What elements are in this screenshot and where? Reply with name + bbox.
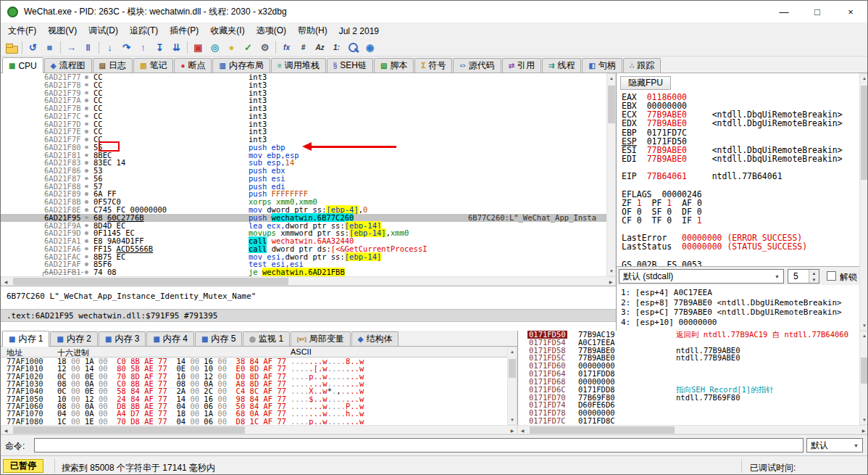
disasm-row[interactable]: 6AD21F7ACCint3 <box>1 96 606 104</box>
menu-item-trace[interactable]: 追踪(T) <box>124 22 164 39</box>
register-row[interactable]: ZF 1 PF 1 AF 0 <box>622 199 858 207</box>
menu-item-file[interactable]: 文件(F) <box>2 22 42 39</box>
numbering-icon[interactable]: 1: <box>329 41 344 55</box>
register-row[interactable]: EBX 00000000 <box>622 102 858 110</box>
tab-graph[interactable]: ◈流程图 <box>44 58 92 73</box>
disasm-row[interactable]: 6AD21F78CCint3 <box>1 81 606 89</box>
scroll-up-icon[interactable]: ▲ <box>508 347 517 356</box>
stack-row[interactable]: 0171FD6000000000 <box>518 362 859 370</box>
minimize-button[interactable]: — <box>767 1 801 22</box>
stack-row[interactable]: 0171FD640171FDD8 <box>518 370 859 378</box>
register-row[interactable]: EAX 01186000 <box>622 93 858 102</box>
menu-item-options[interactable]: 选项(O) <box>251 22 292 39</box>
tab-dump-3[interactable]: ▦内存 3 <box>99 331 146 346</box>
scroll-left-icon[interactable]: ◀ <box>518 426 527 434</box>
disasm-row[interactable]: 6AD21F7BCCint3 <box>1 104 606 112</box>
functions-icon[interactable]: fx <box>279 41 294 55</box>
hide-fpu-button[interactable]: 隐藏FPU <box>620 76 671 90</box>
scrollbar-thumb[interactable] <box>13 426 245 434</box>
disassembly-vertical-scrollbar[interactable]: ▲ ▼ <box>606 73 616 276</box>
search-icon[interactable] <box>346 41 361 55</box>
tab-memory-map[interactable]: ▥内存布局 <box>212 58 270 73</box>
scrollbar-thumb[interactable] <box>861 358 868 384</box>
disasm-row[interactable]: 6AD21F8653push ebx <box>1 167 606 175</box>
tab-threads[interactable]: ⇉线程 <box>542 58 581 73</box>
register-row[interactable]: ECX 77B9ABE0 <ntdll.DbgUiRemoteBreakin> <box>622 110 858 119</box>
patches-icon[interactable]: ● <box>224 41 239 55</box>
spinner-down-icon[interactable]: ▼ <box>809 276 819 283</box>
dump-horizontal-scrollbar[interactable]: ◀ ▶ <box>1 425 517 434</box>
stack-row[interactable]: 0171FD7C0171FD8C <box>518 417 859 425</box>
tab-seh[interactable]: §SEH链 <box>327 58 373 73</box>
disasm-row[interactable]: 6AD21FB174 08je wechatwin.6AD21FBB <box>1 268 606 276</box>
disasm-row[interactable]: 6AD21FAC8B75 ECmov esi,dword ptr ss:[ebp… <box>1 253 606 261</box>
step-over-source-icon[interactable]: ⇊ <box>169 41 184 55</box>
tab-symbols[interactable]: Σ符号 <box>414 58 452 73</box>
stack-vertical-scrollbar[interactable]: ▲ ▼ <box>859 331 868 425</box>
argument-count-spinner[interactable]: 5 ▲ ▼ <box>788 269 819 284</box>
scroll-left-icon[interactable]: ◀ <box>1 277 10 286</box>
scrollbar-thumb[interactable] <box>530 426 675 434</box>
menu-item-help[interactable]: 帮助(H) <box>292 22 333 39</box>
disasm-row[interactable]: 6AD21F7DCCint3 <box>1 120 606 128</box>
register-row[interactable]: EIP 77B64061 ntdll.77B64061 <box>622 172 858 181</box>
stack-pane[interactable]: 0171FD5077B9AC19返回到 ntdll.77B9AC19 自 ntd… <box>517 331 859 425</box>
menu-item-favourites[interactable]: 收藏夹(I) <box>204 22 250 39</box>
register-row[interactable]: ESP 0171FD50 <box>622 137 858 146</box>
register-row[interactable]: LastError 00000000 (ERROR_SUCCESS) <box>622 234 858 242</box>
stack-row[interactable]: 0171FD5077B9AC19返回到 ntdll.77B9AC19 自 ntd… <box>518 331 859 339</box>
tab-locals[interactable]: [x=]局部变量 <box>291 331 351 346</box>
scroll-left-icon[interactable]: ◀ <box>1 426 10 434</box>
scroll-up-icon[interactable]: ▲ <box>860 74 868 83</box>
maximize-button[interactable]: □ <box>801 1 834 22</box>
argument-row[interactable]: 1: [esp+4] A0C17EEA <box>617 288 859 298</box>
run-icon[interactable]: → <box>64 41 79 55</box>
register-row[interactable]: LastStatus 00000000 (STATUS_SUCCESS) <box>622 242 858 251</box>
scroll-right-icon[interactable]: ▶ <box>508 426 517 434</box>
disasm-row[interactable]: 6AD21F8756push esi <box>1 175 606 183</box>
stack-row[interactable]: 0171FD7800000000 <box>518 409 859 417</box>
scroll-down-icon[interactable]: ▼ <box>860 321 868 330</box>
disasm-row[interactable]: 6AD21F818BECmov ebp,esp <box>1 152 606 160</box>
scroll-down-icon[interactable]: ▼ <box>860 416 868 424</box>
tab-dump-1[interactable]: ▦内存 1 <box>2 331 49 347</box>
tab-source[interactable]: <>源代码 <box>453 58 501 73</box>
run-to-return-icon[interactable]: ↑ <box>135 41 151 55</box>
menu-item-plugins[interactable]: 插件(P) <box>164 22 204 39</box>
tab-struct[interactable]: ◆结构体 <box>351 331 399 346</box>
tab-notes[interactable]: ▨笔记 <box>133 58 173 73</box>
scroll-right-icon[interactable]: ▶ <box>606 277 615 286</box>
scrollbar-thumb[interactable] <box>509 359 516 378</box>
scroll-up-icon[interactable]: ▲ <box>860 331 868 340</box>
register-row[interactable] <box>622 181 858 189</box>
stack-row[interactable]: 0171FD7077B69F80ntdll.77B69F80 <box>518 394 859 402</box>
step-into-icon[interactable]: ↓ <box>102 41 117 55</box>
disasm-row[interactable]: 6AD21F7CCCint3 <box>1 112 606 120</box>
dump-vertical-scrollbar[interactable]: ▲ ▼ <box>507 347 517 425</box>
stack-horizontal-scrollbar[interactable]: ◀ ▶ <box>517 425 868 434</box>
breakpoints-icon[interactable]: ▣ <box>191 41 206 55</box>
register-row[interactable] <box>622 252 858 260</box>
scrollbar-thumb[interactable] <box>861 86 868 180</box>
tab-watch-1[interactable]: ◎监视 1 <box>243 331 290 346</box>
internet-icon[interactable]: ◉ <box>362 41 377 55</box>
disasm-row[interactable]: 6AD21F79CCint3 <box>1 89 606 97</box>
register-row[interactable]: CF 0 TF 0 IF 1 <box>622 216 858 225</box>
registers-scrollbar[interactable]: ▲ ▼ <box>859 73 868 331</box>
open-file-icon[interactable] <box>4 41 19 55</box>
tab-breakpoints[interactable]: ●断点 <box>174 58 212 73</box>
close-button[interactable]: × <box>834 1 867 22</box>
command-input[interactable] <box>34 438 804 453</box>
menu-item-build-date[interactable]: Jul 2 2019 <box>333 24 385 38</box>
trace-coverage-icon[interactable]: ◎ <box>207 41 222 55</box>
register-row[interactable]: OF 0 SF 0 DF 0 <box>622 207 858 216</box>
tab-log[interactable]: ▤日志 <box>93 58 133 73</box>
register-row[interactable]: EDX 77B9ABE0 <ntdll.DbgUiRemoteBreakin> <box>622 119 858 128</box>
strings-icon[interactable]: Az <box>312 41 327 55</box>
pause-icon[interactable]: ‖ <box>80 41 96 55</box>
tab-dump-2[interactable]: ▦内存 2 <box>50 331 97 346</box>
register-row[interactable]: EBP 0171FD7C <box>622 128 858 137</box>
tab-call-stack[interactable]: ≡调用堆栈 <box>271 58 326 73</box>
scrollbar-thumb[interactable] <box>608 86 615 123</box>
scrollbar-thumb[interactable] <box>13 278 288 285</box>
